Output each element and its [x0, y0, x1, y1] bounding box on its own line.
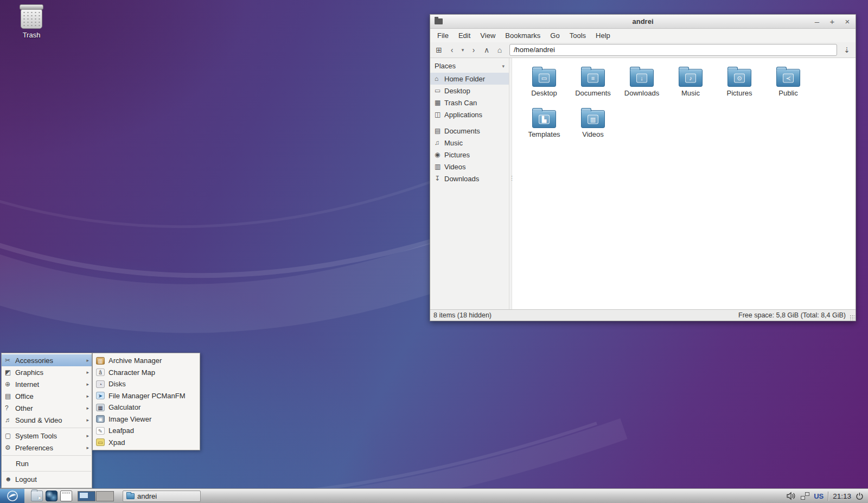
places-header[interactable]: Places ▾ — [430, 60, 509, 73]
keyboard-layout-indicator[interactable]: US — [814, 492, 824, 500]
menu-tools[interactable]: Tools — [565, 30, 591, 41]
folder-pictures[interactable]: ⊙ Pictures — [715, 65, 764, 106]
menu-go[interactable]: Go — [545, 30, 564, 41]
workspace-1[interactable] — [78, 491, 95, 501]
menu-bookmarks[interactable]: Bookmarks — [500, 30, 545, 41]
status-items-count: 8 items (18 hidden) — [433, 311, 492, 319]
submenu-item-file-manager[interactable]: ➤ File Manager PCManFM — [93, 390, 200, 402]
places-caret-icon: ▾ — [502, 63, 505, 69]
forward-icon[interactable]: › — [468, 44, 479, 55]
menu-item-graphics[interactable]: ◩ Graphics ▸ — [2, 366, 92, 378]
submenu-item-image-viewer[interactable]: ▣ Image Viewer — [93, 413, 200, 425]
desktop-icon: ▭ — [435, 87, 444, 94]
show-desktop-icon[interactable] — [60, 491, 72, 501]
path-input[interactable]: /home/andrei — [509, 44, 837, 56]
titlebar[interactable]: andrei – + × — [430, 15, 856, 29]
submenu-arrow-icon: ▸ — [86, 405, 89, 411]
resize-grip[interactable] — [850, 315, 855, 320]
menu-file[interactable]: File — [432, 30, 454, 41]
folder-downloads[interactable]: ↓ Downloads — [617, 65, 666, 106]
menu-item-label: Internet — [15, 380, 39, 389]
submenu-item-archive-manager[interactable]: ▥ Archive Manager — [93, 355, 200, 367]
folder-label: Templates — [520, 130, 569, 138]
trash-desktop-icon[interactable]: Trash — [16, 4, 47, 39]
taskbar-task-andrei[interactable]: andrei — [123, 491, 201, 502]
jump-to-icon[interactable]: ⇣ — [841, 44, 852, 55]
folder-music[interactable]: ♪ Music — [666, 65, 715, 106]
archive-manager-icon: ▥ — [96, 357, 105, 365]
sidebar-item-trash[interactable]: ▦ Trash Can — [430, 97, 509, 109]
back-history-caret-icon[interactable]: ▾ — [459, 44, 466, 55]
maximize-button[interactable]: + — [828, 17, 836, 26]
file-manager-launcher-icon[interactable] — [31, 491, 43, 501]
menu-help[interactable]: Help — [591, 30, 615, 41]
minimize-button[interactable]: – — [813, 17, 821, 26]
menu-item-run[interactable]: Run — [2, 457, 92, 469]
menu-item-label: Run — [16, 460, 29, 468]
folder-videos[interactable]: ▥ Videos — [569, 106, 617, 147]
sidebar-item-music[interactable]: ♫ Music — [430, 137, 509, 149]
sidebar-item-downloads[interactable]: ↧ Downloads — [430, 173, 509, 184]
folder-templates[interactable]: ▙ Templates — [520, 106, 569, 147]
submenu-item-leafpad[interactable]: ✎ Leafpad — [93, 425, 200, 437]
power-icon[interactable] — [856, 492, 864, 500]
sidebar-item-videos[interactable]: ▥ Videos — [430, 161, 509, 173]
submenu-item-xpad[interactable]: ▭ Xpad — [93, 437, 200, 449]
menu-item-accessories[interactable]: ✂ Accessories ▸ — [2, 354, 92, 366]
volume-icon[interactable] — [787, 492, 796, 500]
menu-item-label: Logout — [15, 475, 37, 483]
folder-desktop[interactable]: ▭ Desktop — [520, 65, 569, 106]
menubar: File Edit View Bookmarks Go Tools Help — [430, 29, 856, 42]
submenu-item-galculator[interactable]: ▦ Galculator — [93, 402, 200, 413]
office-icon: ▤ — [5, 392, 15, 400]
clock[interactable]: 21:13 — [833, 492, 851, 500]
web-browser-launcher-icon[interactable] — [46, 491, 58, 501]
close-button[interactable]: × — [844, 17, 851, 26]
menu-item-label: Graphics — [15, 368, 43, 377]
calculator-icon: ▦ — [96, 404, 105, 411]
home-icon[interactable]: ⌂ — [494, 44, 505, 55]
submenu-item-label: Disks — [108, 380, 126, 388]
menu-item-office[interactable]: ▤ Office ▸ — [2, 390, 92, 402]
menu-item-system-tools[interactable]: ▢ System Tools ▸ — [2, 430, 92, 442]
graphics-icon: ◩ — [5, 368, 15, 376]
folder-documents[interactable]: ≡ Documents — [569, 65, 617, 106]
other-icon: ? — [5, 404, 15, 412]
folder-public[interactable]: ≺ Public — [764, 65, 813, 106]
new-tab-icon[interactable]: ⊞ — [433, 44, 444, 55]
menu-separator — [2, 455, 91, 456]
submenu-arrow-icon: ▸ — [86, 370, 89, 375]
folder-icon: ▙ — [532, 110, 556, 128]
menu-item-internet[interactable]: ⊕ Internet ▸ — [2, 378, 92, 390]
sidebar-item-applications[interactable]: ◫ Applications — [430, 109, 509, 120]
sidebar-item-label: Desktop — [444, 87, 470, 95]
sidebar-item-documents[interactable]: ▤ Documents — [430, 125, 509, 137]
sidebar-item-pictures[interactable]: ◉ Pictures — [430, 149, 509, 161]
workspace-2[interactable] — [96, 491, 114, 501]
network-icon[interactable] — [801, 492, 809, 500]
menu-item-logout[interactable]: ☻ Logout — [2, 473, 92, 485]
accessories-submenu: ▥ Archive Manager â Character Map ◔ Disk… — [92, 353, 200, 450]
pictures-emblem-icon: ⊙ — [734, 73, 745, 82]
sidebar-splitter[interactable] — [509, 58, 512, 309]
menu-item-preferences[interactable]: ⚙ Preferences ▸ — [2, 442, 92, 454]
desktop: Trash andrei – + × File Edit View Bookma… — [0, 0, 868, 503]
home-icon: ⌂ — [435, 75, 444, 82]
folder-label: Pictures — [715, 89, 764, 97]
up-icon[interactable]: ∧ — [481, 44, 492, 55]
back-icon[interactable]: ‹ — [446, 44, 457, 55]
menu-view[interactable]: View — [475, 30, 500, 41]
start-menu-button[interactable] — [0, 489, 24, 503]
menu-item-other[interactable]: ? Other ▸ — [2, 402, 92, 414]
quick-launch — [31, 491, 72, 501]
submenu-item-character-map[interactable]: â Character Map — [93, 367, 200, 379]
menu-edit[interactable]: Edit — [454, 30, 475, 41]
menu-item-sound-video[interactable]: ♬ Sound & Video ▸ — [2, 414, 92, 426]
tray-separator — [828, 492, 828, 501]
sidebar-item-home[interactable]: ⌂ Home Folder — [430, 73, 509, 85]
submenu-item-label: Image Viewer — [108, 415, 151, 423]
submenu-item-disks[interactable]: ◔ Disks — [93, 378, 200, 390]
logout-user-icon: ☻ — [5, 475, 15, 483]
share-emblem-icon: ≺ — [783, 73, 794, 82]
sidebar-item-desktop[interactable]: ▭ Desktop — [430, 85, 509, 97]
